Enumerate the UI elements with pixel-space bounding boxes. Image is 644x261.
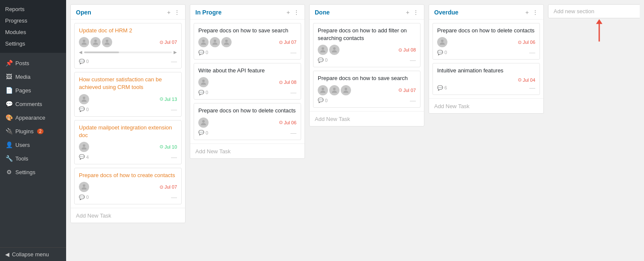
task-comments: 💬 0	[79, 106, 89, 112]
add-task-done-button[interactable]: Add New Task	[315, 116, 419, 122]
task-minus-icon[interactable]: —	[171, 58, 177, 65]
task-link[interactable]: How customer satisfaction can be achieve…	[79, 76, 162, 90]
avatar	[329, 85, 339, 95]
task-date: ⊙ Jul 04	[518, 77, 535, 83]
add-task-icon[interactable]: +	[525, 9, 529, 16]
task-comments: 💬 0	[79, 195, 89, 200]
add-task-icon[interactable]: +	[287, 9, 290, 16]
task-comments: 💬 0	[318, 57, 328, 63]
scroll-right-icon[interactable]: ▶	[174, 50, 177, 54]
sidebar-item-appearance[interactable]: 🎨 Appearance	[0, 111, 66, 124]
task-date: ⊙ Jul 07	[279, 40, 296, 45]
kanban-board: Open + ⋮ Update doc of HRM 2	[70, 4, 640, 257]
add-section-input[interactable]	[548, 4, 640, 18]
add-task-icon[interactable]: +	[167, 9, 171, 16]
task-meta: ⊙ Jul 06	[198, 118, 296, 128]
sidebar-item-users[interactable]: 👤 Users	[0, 138, 66, 152]
avatar	[79, 37, 89, 47]
task-avatars	[79, 142, 89, 152]
task-minus-icon[interactable]: —	[410, 97, 416, 104]
task-title: Prepare docs on how to save search	[318, 75, 416, 82]
column-overdue-body: Prepare docs on how to delete contacts ⊙…	[429, 20, 543, 98]
column-in-progress-body: Prepare docs on how to save search ⊙ Jul…	[190, 20, 305, 143]
task-minus-icon[interactable]: —	[529, 49, 535, 56]
task-meta: ⊙ Jul 07	[318, 85, 416, 95]
avatar	[198, 37, 209, 47]
task-minus-icon[interactable]: —	[171, 154, 177, 161]
task-minus-icon[interactable]: —	[410, 57, 416, 63]
task-link[interactable]: Update doc of HRM 2	[79, 27, 132, 34]
comment-icon: 💬	[79, 195, 85, 200]
sidebar-item-comments-label: Comments	[15, 101, 42, 107]
task-date: ⊙ Jul 10	[160, 144, 177, 149]
sidebar: Reports Progress Modules Settings 📌 Post…	[0, 0, 66, 261]
sidebar-item-comments[interactable]: 💬 Comments	[0, 97, 66, 111]
add-task-in-progress-button[interactable]: Add New Task	[195, 148, 299, 155]
pages-icon: 📄	[5, 86, 13, 94]
more-options-icon[interactable]: ⋮	[174, 9, 180, 16]
task-card: Prepare docs on how to delete contacts ⊙…	[194, 103, 301, 140]
collapse-menu-button[interactable]: ◀ Collapse menu	[0, 247, 66, 261]
arrow-indicator	[586, 19, 612, 46]
task-date: ⊙ Jul 07	[398, 87, 416, 93]
sidebar-item-settings[interactable]: ⚙ Settings	[0, 165, 66, 179]
column-done-actions: + ⋮	[406, 9, 419, 16]
add-task-overdue-button[interactable]: Add New Task	[434, 103, 538, 109]
sidebar-item-progress[interactable]: Progress	[0, 15, 66, 26]
add-task-icon[interactable]: +	[406, 9, 409, 16]
task-card: Intuitive animation features ⊙ Jul 04 💬 …	[432, 63, 540, 95]
task-avatars	[198, 77, 209, 87]
svg-point-7	[214, 40, 216, 42]
comment-icon: 💬	[318, 57, 324, 63]
comment-icon: 💬	[79, 59, 85, 64]
add-section-column	[548, 4, 640, 18]
task-minus-icon[interactable]: —	[290, 49, 296, 56]
column-done-header: Done + ⋮	[310, 5, 424, 20]
avatar	[79, 182, 89, 192]
sidebar-item-modules[interactable]: Modules	[0, 26, 66, 38]
more-options-icon[interactable]: ⋮	[293, 9, 299, 16]
task-link[interactable]: Prepare docs of how to create contacts	[79, 172, 175, 178]
task-comments: 💬 0	[437, 50, 447, 55]
column-open-header: Open + ⋮	[71, 5, 185, 20]
task-minus-icon[interactable]: —	[171, 194, 177, 201]
sidebar-item-plugins[interactable]: 🔌 Plugins 2	[0, 124, 66, 138]
sidebar-item-posts-label: Posts	[15, 60, 29, 66]
task-comments: 💬 0	[198, 130, 208, 135]
task-minus-icon[interactable]: —	[290, 89, 296, 96]
svg-point-0	[83, 40, 85, 42]
clock-icon: ⊙	[279, 40, 283, 45]
task-minus-icon[interactable]: —	[529, 84, 535, 91]
task-avatars	[198, 37, 232, 47]
column-done-footer: Add New Task	[310, 111, 424, 126]
task-date: ⊙ Jul 08	[398, 47, 416, 53]
task-date: ⊙ Jul 13	[160, 96, 177, 102]
task-avatars	[79, 94, 89, 104]
sidebar-item-media[interactable]: 🖼 Media	[0, 70, 66, 83]
task-date: ⊙ Jul 06	[518, 40, 535, 45]
comment-icon: 💬	[437, 85, 443, 91]
task-link[interactable]: Update mailpoet integration extension do…	[79, 124, 172, 138]
sidebar-item-tools[interactable]: 🔧 Tools	[0, 152, 66, 165]
avatar	[79, 142, 89, 152]
sidebar-nav: 📌 Posts 🖼 Media 📄 Pages 💬 Comments 🎨 App…	[0, 53, 66, 182]
comment-icon: 💬	[198, 130, 204, 135]
clock-icon: ⊙	[279, 80, 283, 85]
add-task-open-button[interactable]: Add New Task	[76, 212, 180, 219]
task-title: Prepare docs on how to delete contacts	[437, 27, 535, 34]
task-minus-icon[interactable]: —	[290, 129, 296, 136]
scroll-left-icon[interactable]: ◀	[79, 50, 82, 54]
sidebar-item-reports[interactable]: Reports	[0, 3, 66, 15]
more-options-icon[interactable]: ⋮	[413, 9, 419, 16]
column-open-actions: + ⋮	[167, 9, 180, 16]
svg-point-5	[83, 184, 85, 187]
task-card: Prepare docs on how to add filter on sea…	[313, 23, 421, 67]
task-minus-icon[interactable]: —	[171, 106, 177, 113]
task-card: How customer satisfaction can be achieve…	[74, 72, 182, 116]
sidebar-item-settings-top[interactable]: Settings	[0, 38, 66, 49]
sidebar-item-pages[interactable]: 📄 Pages	[0, 83, 66, 97]
task-comments: 💬 0	[198, 90, 208, 95]
posts-icon: 📌	[5, 59, 13, 67]
more-options-icon[interactable]: ⋮	[532, 9, 538, 16]
sidebar-item-posts[interactable]: 📌 Posts	[0, 56, 66, 70]
